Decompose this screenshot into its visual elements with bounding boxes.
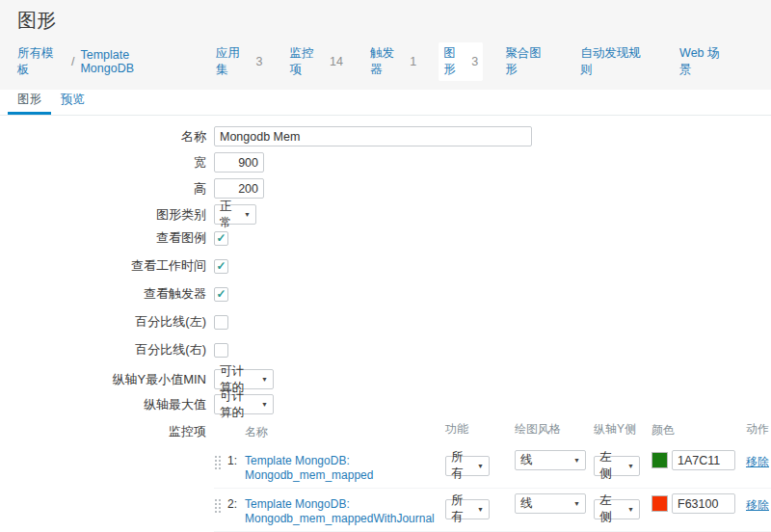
graph-type-select[interactable]: 正常 ▼ <box>214 204 256 225</box>
form-row-show-working-time: 查看工作时间 <box>0 257 771 275</box>
form-row-percentile-left: 百分比线(左) <box>0 313 771 331</box>
drag-handle-icon[interactable] <box>214 498 223 513</box>
show-legend-label: 查看图例 <box>0 229 214 247</box>
tab-graph[interactable]: 图形 <box>8 87 51 115</box>
item-draw-style-select[interactable]: 线▼ <box>515 450 586 470</box>
item-function-select[interactable]: 所有▼ <box>445 499 490 519</box>
show-legend-checkbox[interactable] <box>214 231 228 246</box>
form-row-graph-type: 图形类别 正常 ▼ <box>0 204 771 225</box>
breadcrumb-all-templates[interactable]: 所有模板 <box>17 45 66 78</box>
dropdown-arrow-icon: ▼ <box>573 457 580 464</box>
width-label: 宽 <box>0 154 214 172</box>
page-header: 图形 所有模板 / Template MongoDB 应用集3 监控项14 触发… <box>0 0 771 90</box>
nav-item-discovery-rules[interactable]: 自动发现规则 <box>575 42 657 81</box>
items-label: 监控项 <box>0 419 214 532</box>
header-name: 名称 <box>245 421 445 439</box>
y-max-select[interactable]: 可计算的 ▼ <box>214 394 274 414</box>
nav-item-items[interactable]: 监控项14 <box>285 42 348 81</box>
header-function: 功能 <box>445 421 515 439</box>
dropdown-arrow-icon: ▼ <box>477 463 484 469</box>
percentile-left-label: 百分比线(左) <box>0 313 214 331</box>
height-input[interactable] <box>214 178 264 199</box>
remove-item-link[interactable]: 移除 <box>746 498 769 512</box>
nav-item-screens[interactable]: 聚合图形 <box>500 42 558 81</box>
form-row-width: 宽 <box>0 152 771 173</box>
form-row-percentile-right: 百分比线(右) <box>0 341 771 359</box>
color-hex-input[interactable] <box>672 450 735 470</box>
item-number: 2: <box>227 493 245 511</box>
width-input[interactable] <box>214 152 264 173</box>
show-working-time-label: 查看工作时间 <box>0 257 214 275</box>
y-min-select[interactable]: 可计算的 ▼ <box>214 369 274 389</box>
breadcrumb-template-mongodb[interactable]: Template MongoDB <box>80 48 186 75</box>
form-row-show-legend: 查看图例 <box>0 229 771 247</box>
item-function-select[interactable]: 所有▼ <box>445 456 490 476</box>
item-y-side-select[interactable]: 左侧▼ <box>594 456 640 476</box>
nav-item-applications[interactable]: 应用集3 <box>211 42 267 81</box>
item-y-side-select[interactable]: 左侧▼ <box>594 499 640 519</box>
remove-item-link[interactable]: 移除 <box>746 455 769 468</box>
form-row-name: 名称 <box>0 126 771 146</box>
item-name-link[interactable]: Template MongoDB: Mongodb_mem_mapped <box>245 454 373 482</box>
header-color: 颜色 <box>651 421 746 439</box>
dropdown-arrow-icon: ▼ <box>261 401 268 408</box>
nav-item-triggers[interactable]: 触发器1 <box>365 42 421 81</box>
percentile-right-label: 百分比线(右) <box>0 341 214 359</box>
y-min-label: 纵轴Y最小值MIN <box>0 371 214 388</box>
nav-item-web-scenarios[interactable]: Web 场景 <box>675 42 736 81</box>
color-swatch[interactable] <box>651 495 668 512</box>
item-number: 1: <box>227 450 245 467</box>
name-input[interactable] <box>214 126 532 146</box>
nav-item-graphs[interactable]: 图形3 <box>439 42 483 81</box>
nav-count: 14 <box>330 55 343 68</box>
nav-count: 1 <box>410 55 416 68</box>
show-triggers-label: 查看触发器 <box>0 285 214 303</box>
graph-type-label: 图形类别 <box>0 206 214 224</box>
form-row-height: 高 <box>0 178 771 199</box>
show-triggers-checkbox[interactable] <box>214 287 228 302</box>
header-action: 动作 <box>746 421 771 439</box>
y-max-label: 纵轴最大值 <box>0 396 214 413</box>
item-row: 2: Template MongoDB: Mongodb_mem_mappedW… <box>214 488 771 531</box>
graph-form: 名称 宽 高 图形类别 正常 ▼ 查看图例 查看工作时间 查看触发器 百分比线(… <box>0 116 771 532</box>
dropdown-arrow-icon: ▼ <box>244 211 251 218</box>
dropdown-arrow-icon: ▼ <box>261 376 268 383</box>
header-y-side: 纵轴Y侧 <box>594 421 651 439</box>
color-swatch[interactable] <box>651 452 668 468</box>
nav-count: 3 <box>256 55 263 68</box>
form-row-y-max: 纵轴最大值 可计算的 ▼ <box>0 394 771 414</box>
form-row-y-min: 纵轴Y最小值MIN 可计算的 ▼ <box>0 369 771 389</box>
breadcrumb-nav: 所有模板 / Template MongoDB 应用集3 监控项14 触发器1 … <box>17 42 754 90</box>
show-working-time-checkbox[interactable] <box>214 259 228 274</box>
tab-bar: 图形 预览 <box>0 90 771 116</box>
breadcrumb-separator: / <box>71 55 74 68</box>
dropdown-arrow-icon: ▼ <box>573 500 580 507</box>
dropdown-arrow-icon: ▼ <box>627 463 634 469</box>
form-row-show-triggers: 查看触发器 <box>0 285 771 303</box>
item-draw-style-select[interactable]: 线▼ <box>515 493 586 514</box>
header-draw-style: 绘图风格 <box>515 421 594 439</box>
items-table-header: 名称 功能 绘图风格 纵轴Y侧 颜色 动作 <box>214 419 771 445</box>
percentile-left-checkbox[interactable] <box>214 315 228 330</box>
tab-preview[interactable]: 预览 <box>51 87 94 115</box>
item-row: 1: Template MongoDB: Mongodb_mem_mapped … <box>214 445 771 488</box>
items-table: 名称 功能 绘图风格 纵轴Y侧 颜色 动作 1: Template MongoD… <box>214 419 771 532</box>
percentile-right-checkbox[interactable] <box>214 343 228 358</box>
form-row-items: 监控项 名称 功能 绘图风格 纵轴Y侧 颜色 动作 1: Template Mo… <box>0 419 771 532</box>
color-hex-input[interactable] <box>672 493 735 514</box>
nav-count: 3 <box>471 55 478 68</box>
name-label: 名称 <box>0 128 214 146</box>
item-name-link[interactable]: Template MongoDB: Mongodb_mem_mappedWith… <box>245 497 435 525</box>
height-label: 高 <box>0 180 214 198</box>
page-title: 图形 <box>17 8 754 34</box>
dropdown-arrow-icon: ▼ <box>477 506 484 513</box>
drag-handle-icon[interactable] <box>214 455 223 469</box>
dropdown-arrow-icon: ▼ <box>627 506 634 513</box>
